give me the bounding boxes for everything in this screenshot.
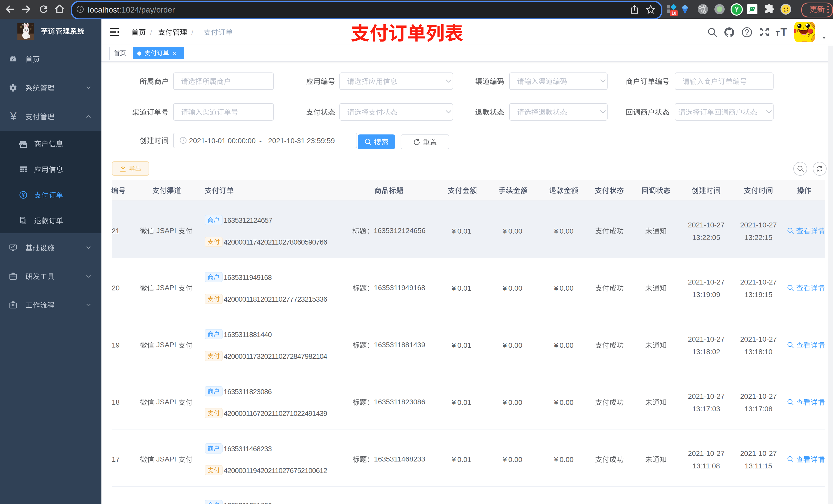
svg-text:10: 10 <box>672 11 676 16</box>
svg-text:¥: ¥ <box>22 192 25 198</box>
